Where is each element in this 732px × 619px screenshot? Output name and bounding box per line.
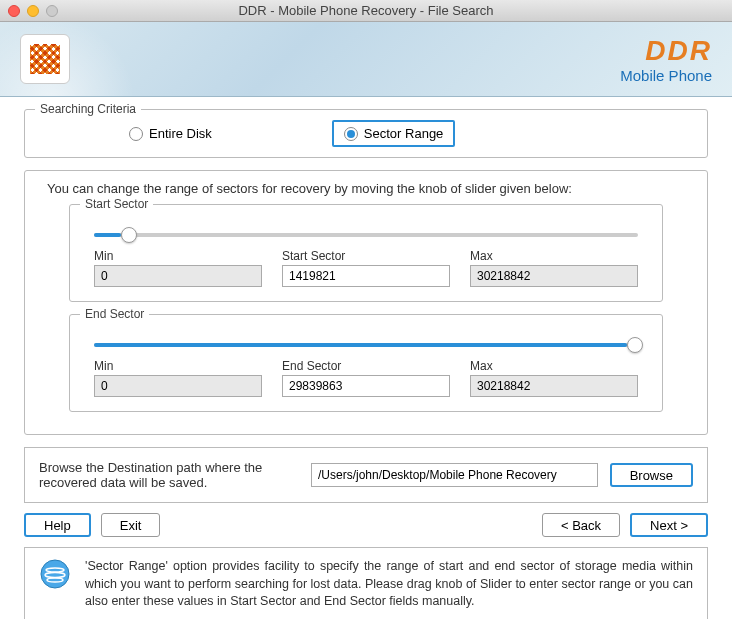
start-sector-field[interactable] <box>282 265 450 287</box>
info-icon <box>39 558 71 590</box>
searching-criteria-group: Searching Criteria Entire Disk Sector Ra… <box>24 109 708 158</box>
end-legend: End Sector <box>80 307 149 321</box>
end-max-field <box>470 375 638 397</box>
slider-thumb-icon[interactable] <box>121 227 137 243</box>
info-text: 'Sector Range' option provides facility … <box>85 558 693 611</box>
brand-name: DDR <box>620 35 712 67</box>
end-min-field <box>94 375 262 397</box>
start-sector-slider[interactable] <box>94 233 638 237</box>
back-button[interactable]: < Back <box>542 513 620 537</box>
range-instruction: You can change the range of sectors for … <box>39 181 693 196</box>
radio-entire-disk[interactable]: Entire Disk <box>129 126 212 141</box>
info-panel: 'Sector Range' option provides facility … <box>24 547 708 619</box>
start-legend: Start Sector <box>80 197 153 211</box>
destination-row: Browse the Destination path where the re… <box>24 447 708 503</box>
exit-button[interactable]: Exit <box>101 513 161 537</box>
radio-sector-range[interactable]: Sector Range <box>332 120 456 147</box>
start-min-field <box>94 265 262 287</box>
brand-subtitle: Mobile Phone <box>620 67 712 84</box>
next-button[interactable]: Next > <box>630 513 708 537</box>
end-sector-group: End Sector Min End Sector Max <box>69 314 663 412</box>
destination-label: Browse the Destination path where the re… <box>39 460 299 490</box>
end-sector-field[interactable] <box>282 375 450 397</box>
destination-path-field[interactable] <box>311 463 598 487</box>
slider-thumb-icon[interactable] <box>627 337 643 353</box>
window-titlebar: DDR - Mobile Phone Recovery - File Searc… <box>0 0 732 22</box>
radio-label: Entire Disk <box>149 126 212 141</box>
criteria-legend: Searching Criteria <box>35 102 141 116</box>
radio-label: Sector Range <box>364 126 444 141</box>
banner: DDR Mobile Phone <box>0 22 732 97</box>
sector-range-panel: You can change the range of sectors for … <box>24 170 708 435</box>
window-title: DDR - Mobile Phone Recovery - File Searc… <box>0 3 732 18</box>
app-logo-icon <box>20 34 70 84</box>
radio-icon <box>129 127 143 141</box>
end-sector-slider[interactable] <box>94 343 638 347</box>
help-button[interactable]: Help <box>24 513 91 537</box>
start-max-field <box>470 265 638 287</box>
radio-icon <box>344 127 358 141</box>
browse-button[interactable]: Browse <box>610 463 693 487</box>
start-sector-group: Start Sector Min Start Sector Max <box>69 204 663 302</box>
